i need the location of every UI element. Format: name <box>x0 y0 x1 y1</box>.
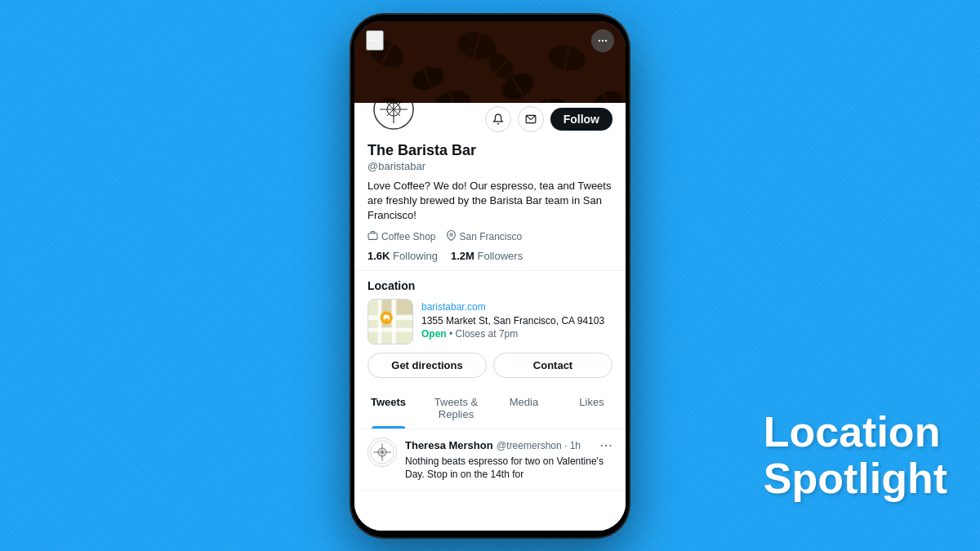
display-name: The Barista Bar <box>368 142 612 160</box>
svg-rect-31 <box>368 233 377 239</box>
svg-rect-35 <box>368 327 412 331</box>
profile-section: Follow The Barista Bar @baristabar Love … <box>354 103 626 531</box>
tab-tweets-replies[interactable]: Tweets & Replies <box>422 388 490 429</box>
get-directions-button[interactable]: Get directions <box>368 353 487 378</box>
message-button[interactable] <box>518 106 544 132</box>
open-status: Open <box>421 328 447 340</box>
tab-likes[interactable]: Likes <box>558 388 626 429</box>
tweet-handle-time: @treemershon · 1h <box>497 440 581 451</box>
following-count: 1.6K <box>368 250 390 262</box>
location-label: San Francisco <box>460 231 523 242</box>
location-section: Location <box>354 279 626 378</box>
svg-point-23 <box>605 39 607 41</box>
category-icon <box>368 230 378 243</box>
follow-button[interactable]: Follow <box>550 108 612 131</box>
svg-rect-37 <box>392 300 396 344</box>
tab-media[interactable]: Media <box>490 388 558 429</box>
spotlight-line2: Spotlight <box>764 455 947 502</box>
stats-row: 1.6K Following 1.2M Followers <box>368 250 612 262</box>
tweet-content: Theresa Mershon @treemershon · 1h ⋯ Noth… <box>405 438 612 482</box>
location-card: baristabar.com 1355 Market St, San Franc… <box>368 299 612 344</box>
location-section-title: Location <box>368 279 612 292</box>
spotlight-text: Location Spotlight <box>764 409 947 502</box>
tweet-item[interactable]: Theresa Mershon @treemershon · 1h ⋯ Noth… <box>354 429 626 491</box>
avatar-row: Follow <box>354 103 626 136</box>
location-buttons: Get directions Contact <box>368 353 612 378</box>
svg-point-32 <box>449 233 452 235</box>
briefcase-icon <box>368 230 378 241</box>
svg-point-22 <box>602 39 604 41</box>
followers-stat[interactable]: 1.2M Followers <box>451 250 523 262</box>
followers-count: 1.2M <box>451 250 474 262</box>
category-label: Coffee Shop <box>381 231 436 242</box>
svg-rect-36 <box>378 300 382 344</box>
tweet-text: Nothing beats espresso for two on Valent… <box>405 455 612 482</box>
tweet-author-name: Theresa Mershon <box>405 439 493 451</box>
tab-tweets[interactable]: Tweets <box>354 388 422 429</box>
category-meta: Coffee Shop <box>368 230 436 243</box>
tabs-row: Tweets Tweets & Replies Media Likes <box>354 388 626 429</box>
spotlight-line1: Location <box>764 409 947 455</box>
location-website-link[interactable]: baristabar.com <box>421 301 486 313</box>
meta-row: Coffee Shop San Francisco <box>368 230 612 243</box>
divider-1 <box>354 270 626 271</box>
location-address: 1355 Market St, San Francisco, CA 94103 <box>421 314 612 328</box>
tweet-author-info: Theresa Mershon @treemershon · 1h <box>405 438 581 452</box>
phone-screen: ← <box>354 21 626 531</box>
tweet-more-button[interactable]: ⋯ <box>599 438 612 453</box>
map-thumbnail[interactable] <box>368 299 413 344</box>
username: @baristabar <box>368 160 612 172</box>
map-pin-icon <box>446 230 457 241</box>
following-stat[interactable]: 1.6K Following <box>368 250 438 262</box>
tweet-avatar <box>368 438 397 467</box>
mail-icon <box>525 113 537 125</box>
following-label: Following <box>393 250 438 262</box>
avatar <box>368 103 420 136</box>
location-details: baristabar.com 1355 Market St, San Franc… <box>421 299 612 340</box>
header-controls: ← <box>354 29 626 52</box>
closing-hours: • Closes at 7pm <box>449 328 518 340</box>
svg-point-43 <box>385 314 389 318</box>
svg-point-21 <box>599 39 600 41</box>
back-button[interactable]: ← <box>366 30 384 51</box>
tweet-avatar-image <box>370 440 394 464</box>
map-image <box>368 300 412 344</box>
action-buttons: Follow <box>485 106 612 136</box>
avatar-image <box>373 103 414 130</box>
profile-info: The Barista Bar @baristabar Love Coffee?… <box>354 136 626 262</box>
bio: Love Coffee? We do! Our espresso, tea an… <box>368 179 612 224</box>
more-menu-button[interactable] <box>591 29 614 52</box>
more-icon <box>597 35 608 47</box>
bell-icon <box>492 113 504 125</box>
followers-label: Followers <box>478 250 523 262</box>
contact-button[interactable]: Contact <box>493 353 612 378</box>
location-pin-icon <box>446 230 457 243</box>
location-status: Open • Closes at 7pm <box>421 328 612 340</box>
phone: ← <box>351 15 629 537</box>
location-meta: San Francisco <box>446 230 523 243</box>
tweet-header: Theresa Mershon @treemershon · 1h ⋯ <box>405 438 612 453</box>
svg-rect-40 <box>397 300 412 314</box>
notification-button[interactable] <box>485 106 511 132</box>
